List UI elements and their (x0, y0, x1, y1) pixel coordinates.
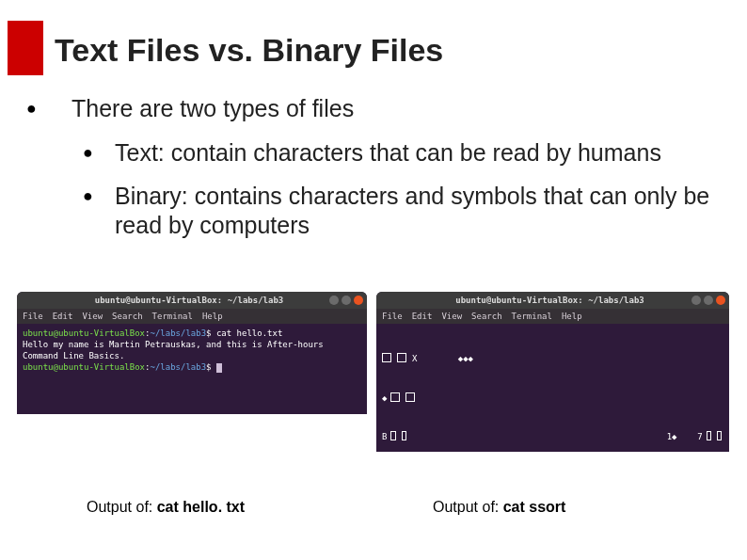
menu-search[interactable]: Search (112, 312, 143, 321)
slide-content: ● There are two types of files ● Text: c… (26, 94, 721, 253)
menu-edit[interactable]: Edit (412, 312, 433, 321)
prompt-user: ubuntu@ubuntu-VirtualBox (23, 362, 145, 372)
cursor-icon (216, 363, 222, 373)
menu-view[interactable]: View (441, 312, 462, 321)
bullet-main-text: There are two types of files (72, 94, 354, 123)
menubar-left: File Edit View Search Terminal Help (17, 309, 367, 324)
bullet-sub1-text: Text: contain characters that can be rea… (115, 138, 661, 168)
titlebar-title-left: ubuntu@ubuntu-VirtualBox: ~/labs/lab3 (49, 296, 329, 305)
prompt-path: ~/labs/lab3 (150, 362, 206, 372)
titlebar-title-right: ubuntu@ubuntu-VirtualBox: ~/labs/lab3 (408, 296, 691, 305)
output-line1: Hello my name is Martin Petrauskas, and … (23, 340, 324, 349)
close-icon[interactable] (354, 296, 363, 305)
menu-help[interactable]: Help (562, 312, 582, 321)
output-line2: Command Line Basics. (23, 351, 124, 360)
command-text: cat hello.txt (216, 328, 282, 338)
menu-search[interactable]: Search (471, 312, 502, 321)
caption-left: Output of: cat hello. txt (17, 499, 367, 516)
accent-block (8, 21, 43, 75)
bullet-icon: ● (83, 138, 92, 167)
terminal-body-left[interactable]: ubuntu@ubuntu-VirtualBox:~/labs/lab3$ ca… (17, 324, 367, 377)
menu-file[interactable]: File (23, 312, 43, 321)
prompt-path: ~/labs/lab3 (150, 328, 206, 338)
terminal-left: ubuntu@ubuntu-VirtualBox: ~/labs/lab3 Fi… (17, 292, 367, 414)
menu-help[interactable]: Help (202, 312, 223, 321)
terminal-right: ubuntu@ubuntu-VirtualBox: ~/labs/lab3 Fi… (376, 292, 729, 452)
close-icon[interactable] (716, 296, 725, 305)
window-buttons (329, 296, 363, 305)
minimize-icon[interactable] (691, 296, 701, 305)
bullet-sub1-row: ● Text: contain characters that can be r… (26, 138, 721, 168)
bullet-icon: ● (83, 182, 92, 210)
menu-file[interactable]: File (382, 312, 403, 321)
minimize-icon[interactable] (329, 296, 339, 305)
maximize-icon[interactable] (704, 296, 713, 305)
menubar-right: File Edit View Search Terminal Help (376, 309, 729, 324)
terminal-body-right[interactable]: X ◆◆◆ ◆ B 1◆ 7 ◆ ◆ (376, 324, 729, 452)
prompt-user: ubuntu@ubuntu-VirtualBox (23, 328, 145, 338)
menu-edit[interactable]: Edit (53, 312, 73, 321)
bullet-sub2-row: ● Binary: contains characters and symbol… (26, 182, 721, 241)
caption-right-bold: cat ssort (503, 499, 566, 515)
window-buttons (691, 296, 725, 305)
slide-title: Text Files vs. Binary Files (55, 32, 443, 69)
menu-terminal[interactable]: Terminal (152, 312, 193, 321)
screenshots-container: ubuntu@ubuntu-VirtualBox: ~/labs/lab3 Fi… (17, 292, 730, 452)
bullet-sub2-text: Binary: contains characters and symbols … (115, 182, 721, 241)
bullet-main-row: ● There are two types of files (26, 94, 721, 123)
bullet-icon: ● (26, 94, 36, 122)
titlebar-left: ubuntu@ubuntu-VirtualBox: ~/labs/lab3 (17, 292, 367, 309)
caption-right: Output of: cat ssort (376, 499, 726, 516)
maximize-icon[interactable] (342, 296, 351, 305)
menu-view[interactable]: View (82, 312, 103, 321)
menu-terminal[interactable]: Terminal (512, 312, 552, 321)
titlebar-right: ubuntu@ubuntu-VirtualBox: ~/labs/lab3 (376, 292, 729, 309)
captions-row: Output of: cat hello. txt Output of: cat… (17, 499, 730, 516)
caption-left-prefix: Output of: (87, 499, 157, 515)
caption-left-bold: cat hello. txt (157, 499, 245, 515)
caption-right-prefix: Output of: (433, 499, 503, 515)
